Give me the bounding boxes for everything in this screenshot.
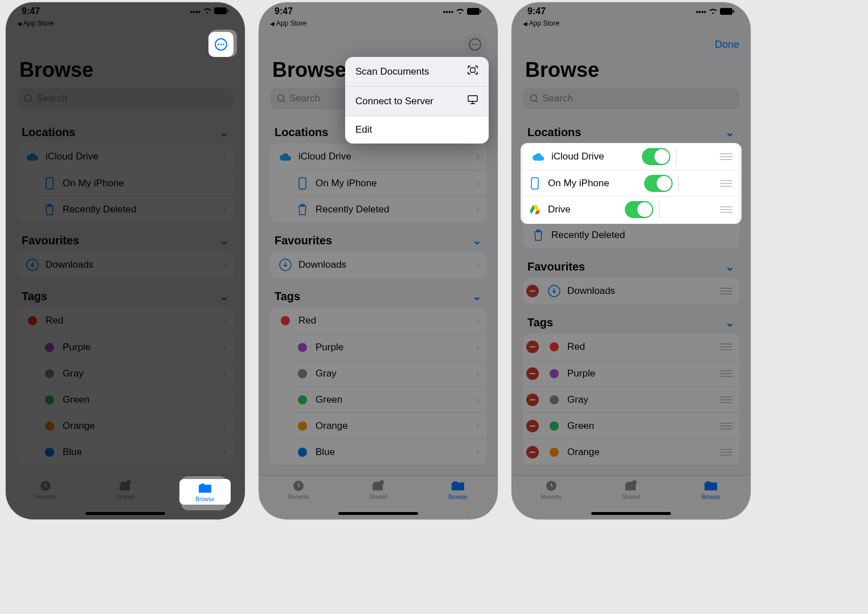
edit-location-icloud[interactable]: iCloud Drive [523,144,739,170]
location-recently-deleted[interactable]: Recently Deleted › [41,196,234,222]
drag-handle[interactable] [720,370,732,377]
wifi-icon [203,7,212,16]
search-input[interactable]: Search [17,88,234,109]
tag-dot [41,369,58,378]
server-icon [467,95,478,108]
drag-handle[interactable] [720,343,732,350]
tag-dot [294,421,311,431]
delete-button[interactable] [526,367,539,380]
home-indicator[interactable] [85,512,165,515]
tag-gray[interactable]: Gray› [41,360,234,386]
delete-button[interactable] [526,394,539,406]
tab-browse[interactable]: Browse [179,479,231,505]
tag-red[interactable]: Red› [17,308,234,334]
status-time: 9:47 [22,6,40,17]
chevron-down-icon: ⌄ [219,234,229,247]
toggle-icloud[interactable] [642,148,670,165]
tag-green[interactable]: Green› [294,386,486,412]
svg-point-5 [223,44,224,46]
svg-point-27 [379,480,384,485]
drag-handle[interactable] [720,449,732,456]
tag-dot [41,448,58,457]
drag-handle[interactable] [720,206,732,213]
phone-screen-3: 9:47 •••• App Store Done Browse Search L… [511,2,751,519]
delete-button[interactable] [526,341,539,353]
delete-button[interactable] [526,446,539,459]
svg-rect-32 [531,178,538,189]
tag-label: Orange [63,420,95,432]
tag-label: Gray [567,394,588,406]
location-on-my-iphone[interactable]: On My iPhone › [41,170,234,196]
svg-line-31 [536,100,538,103]
edit-location-on-my-iphone[interactable]: On My iPhone [523,170,739,196]
edit-favourite-downloads[interactable]: Downloads [523,278,739,304]
more-button[interactable] [464,33,486,56]
done-button[interactable]: Done [715,39,739,51]
locations-header[interactable]: Locations ⌄ [6,115,245,142]
drag-handle[interactable] [720,153,732,160]
favourite-downloads[interactable]: Downloads › [17,252,234,278]
tags-card: Red›Purple›Gray›Green›Orange›Blue› [17,308,234,465]
svg-rect-1 [227,9,228,12]
chevron-right-icon: › [223,151,227,162]
menu-connect-server[interactable]: Connect to Server [345,87,489,116]
tab-shared[interactable]: Shared [100,479,151,500]
drag-handle[interactable] [720,180,732,187]
back-to-app[interactable]: App Store [6,18,245,31]
menu-edit[interactable]: Edit [345,116,489,144]
back-to-app[interactable]: App Store [511,18,751,31]
toggle-on-my-iphone[interactable] [644,175,673,192]
tag-label: Blue [316,447,335,458]
more-button[interactable] [208,32,234,57]
drag-handle[interactable] [720,288,732,294]
tag-orange[interactable]: Orange› [41,412,234,439]
tag-green[interactable]: Green› [41,386,234,412]
drag-handle[interactable] [720,396,732,403]
tab-browse[interactable]: Browse [685,479,736,500]
tag-purple[interactable]: Purple› [294,334,486,360]
tag-gray[interactable]: Gray› [294,360,486,386]
svg-point-17 [477,44,478,46]
tag-orange[interactable]: Orange [523,439,739,465]
tag-gray[interactable]: Gray [523,386,739,412]
menu-scan-documents[interactable]: Scan Documents [345,57,489,87]
tag-dot [546,369,563,378]
drag-handle[interactable] [720,423,732,429]
home-indicator[interactable] [591,512,671,515]
icloud-icon [530,152,547,161]
tag-purple[interactable]: Purple› [41,334,234,360]
tab-browse[interactable]: Browse [432,479,484,500]
delete-button[interactable] [526,420,539,432]
tag-dot [294,448,311,457]
chevron-down-icon: ⌄ [219,125,229,139]
tab-recents[interactable]: Recents [526,479,577,500]
edit-location-drive[interactable]: Drive [523,196,739,222]
favourites-header[interactable]: Favourites ⌄ [6,223,245,251]
toggle-drive[interactable] [625,201,653,218]
tag-orange[interactable]: Orange› [294,412,486,439]
iphone-icon [526,177,543,190]
location-icloud[interactable]: iCloud Drive › [17,144,234,170]
delete-button[interactable] [526,285,539,297]
chevron-right-icon: › [223,420,227,432]
svg-rect-13 [480,10,481,13]
tag-red[interactable]: Red› [270,308,486,334]
tag-purple[interactable]: Purple [523,360,739,386]
tag-label: Orange [316,420,348,432]
search-input[interactable]: Search [523,88,739,109]
locations-card: iCloud Drive › On My iPhone › Recently D… [17,144,234,222]
location-recently-deleted[interactable]: Recently Deleted [523,222,739,248]
back-to-app[interactable]: App Store [259,18,498,31]
tab-recents[interactable]: Recents [273,479,324,500]
home-indicator[interactable] [338,512,418,515]
tag-blue[interactable]: Blue› [294,439,486,465]
tags-header[interactable]: Tags ⌄ [6,279,245,306]
tag-blue[interactable]: Blue› [41,439,234,465]
tab-shared[interactable]: Shared [605,479,657,500]
svg-line-19 [283,100,285,103]
tag-green[interactable]: Green [523,412,739,439]
tab-recents[interactable]: Recents [20,479,71,500]
more-menu: Scan Documents Connect to Server Edit [345,57,489,144]
tag-red[interactable]: Red [523,334,739,360]
tab-shared[interactable]: Shared [353,479,404,500]
